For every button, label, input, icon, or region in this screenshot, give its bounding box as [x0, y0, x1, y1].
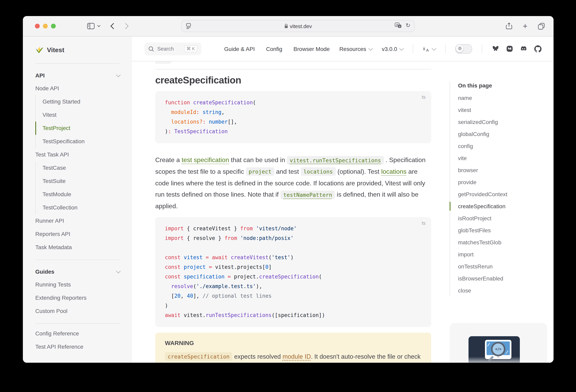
sidebar-item-testmodule[interactable]: TestModule [35, 188, 120, 201]
inline-code-createspecification: createSpecification [165, 353, 232, 361]
bluesky-icon[interactable] [492, 45, 499, 52]
sidebar-item-testspecification[interactable]: TestSpecification [35, 135, 120, 148]
toolbar-left-controls [87, 16, 129, 36]
toc-item-globtestfiles[interactable]: globTestFiles [458, 224, 553, 236]
github-icon[interactable] [534, 45, 542, 52]
code-token: const [165, 274, 180, 280]
site-logo[interactable]: Vitest [35, 36, 120, 64]
text-link-module-id[interactable]: module ID [283, 353, 311, 360]
sidebar-item-testproject[interactable]: TestProject [35, 121, 120, 135]
code-link-vitest-runtestspecifications[interactable]: vitest.runTestSpecifications [287, 156, 384, 164]
new-tab-icon[interactable]: + [523, 22, 527, 31]
toc-item-vite[interactable]: vite [458, 152, 553, 164]
code-token: 'node:path/posix' [237, 235, 294, 241]
inline-code-project[interactable]: project [246, 168, 274, 176]
minimize-window-button[interactable] [43, 24, 48, 29]
mastodon-icon[interactable] [506, 45, 513, 52]
text-link-locations[interactable]: locations [381, 168, 406, 175]
close-window-button[interactable] [35, 24, 40, 29]
divider [482, 44, 482, 53]
toc-item-createspecification[interactable]: createSpecification [458, 200, 553, 212]
code-line: await vitest.runTestSpecifications([spec… [165, 311, 422, 320]
code-token: { resolve } [184, 235, 225, 241]
sidebar-item-test-api-reference[interactable]: Test API Reference [35, 340, 120, 354]
toc-item-vitest[interactable]: vitest [458, 104, 553, 116]
text-link-test-specification[interactable]: test specification [182, 156, 229, 163]
toc-item-name[interactable]: name [458, 92, 553, 104]
warning-title: WARNING [165, 338, 422, 348]
language-menu-button[interactable]: ẋ A [423, 46, 436, 52]
code-line [165, 243, 422, 253]
sidebar-item-testcollection[interactable]: TestCollection [35, 201, 120, 214]
sidebar-item-extending-reporters[interactable]: Extending Reporters [35, 291, 120, 304]
search-button[interactable]: Search ⌘ K [144, 42, 201, 55]
nav-link-guide-api[interactable]: Guide & API [224, 46, 255, 52]
sidebar-section-guides[interactable]: Guides [35, 265, 120, 278]
code-token: 'vitest/node' [253, 225, 297, 232]
address-bar[interactable]: vitest.dev A x ↻ [181, 20, 415, 32]
toc-item-import[interactable]: import [458, 248, 553, 260]
text-run: expects resolved [232, 353, 283, 360]
toc-item-config[interactable]: config [458, 140, 553, 152]
code-token: ([ [272, 312, 278, 318]
nav-link-config[interactable]: Config [266, 46, 282, 52]
svg-text:A: A [426, 48, 429, 52]
sidebar-item-testcase[interactable]: TestCase [35, 161, 120, 175]
toc-item-isrootproject[interactable]: isRootProject [458, 212, 553, 224]
zoom-window-button[interactable] [51, 24, 56, 29]
sidebar-item-vitest[interactable]: Vitest [35, 108, 120, 121]
warning-callout: WARNING createSpecification expects reso… [155, 333, 431, 363]
toc-item-browser[interactable]: browser [458, 164, 553, 176]
forward-icon[interactable] [125, 23, 129, 29]
sidebar-item-runner-api[interactable]: Runner API [35, 214, 120, 228]
nav-links: Guide & APIConfigBrowser Mode [224, 46, 330, 52]
svg-text:x: x [399, 25, 401, 28]
sidebar-item-running-tests[interactable]: Running Tests [35, 278, 120, 291]
code-token: ), [256, 283, 262, 289]
code-token: = [202, 254, 209, 260]
chevron-down-icon [116, 72, 121, 77]
sidebar-item-getting-started[interactable]: Getting Started [35, 95, 120, 108]
toc-item-close[interactable]: close [458, 284, 553, 297]
toc-item-ontestsrerun[interactable]: onTestsRerun [458, 260, 553, 272]
toc-item-serializedconfig[interactable]: serializedConfig [458, 116, 553, 128]
sidebar-item-task-metadata[interactable]: Task Metadata [35, 241, 120, 254]
sidebar-item-custom-pool[interactable]: Custom Pool [35, 304, 120, 318]
back-icon[interactable] [110, 23, 114, 29]
refresh-icon[interactable]: ↻ [406, 23, 410, 28]
toc-item-globalconfig[interactable]: globalConfig [458, 128, 553, 140]
share-icon[interactable] [506, 23, 512, 30]
code-token: 20 [174, 293, 180, 299]
nav-dropdown-version[interactable]: v3.0.0 [382, 46, 403, 52]
nav-dropdown-resources[interactable]: Resources [339, 46, 372, 52]
divider [35, 260, 120, 260]
inline-code-locations[interactable]: locations [301, 168, 336, 176]
nav-link-browser-mode[interactable]: Browser Mode [293, 46, 330, 52]
code-token: resolve [171, 283, 193, 289]
toc-item-isbrowserenabled[interactable]: isBrowserEnabled [458, 272, 553, 284]
sponsor-card[interactable]: </> [450, 323, 547, 363]
sidebar-section-api[interactable]: API [35, 69, 120, 82]
code-token: createSpecification [259, 274, 319, 280]
toc-item-getprovidedcontext[interactable]: getProvidedContext [458, 188, 553, 200]
sidebar-toggle-icon[interactable] [87, 23, 95, 29]
chevron-down-icon [399, 46, 404, 51]
code-token: ( [269, 254, 272, 260]
toc-item-provide[interactable]: provide [458, 176, 553, 188]
code-token: 'test' [272, 254, 290, 260]
svg-text:ẋ: ẋ [423, 46, 425, 51]
chevron-down-icon[interactable] [97, 25, 101, 27]
discord-icon[interactable] [520, 46, 527, 52]
toc-item-matchestestglob[interactable]: matchesTestGlob [458, 236, 553, 248]
sidebar-item-config-reference[interactable]: Config Reference [35, 327, 120, 340]
code-token: , [221, 109, 225, 115]
sidebar-item-test-task-api[interactable]: Test Task API [35, 148, 120, 161]
code-link-testnamepattern[interactable]: testNamePattern [280, 191, 335, 199]
sidebar-item-reporters-api[interactable]: Reporters API [35, 228, 120, 241]
translate-icon[interactable]: A x [395, 23, 402, 28]
tabs-icon[interactable] [538, 23, 545, 30]
theme-toggle[interactable] [455, 44, 472, 54]
sidebar-item-node-api[interactable]: Node API [35, 82, 120, 95]
sidebar-item-testsuite[interactable]: TestSuite [35, 175, 120, 188]
code-token: 40 [187, 293, 193, 299]
